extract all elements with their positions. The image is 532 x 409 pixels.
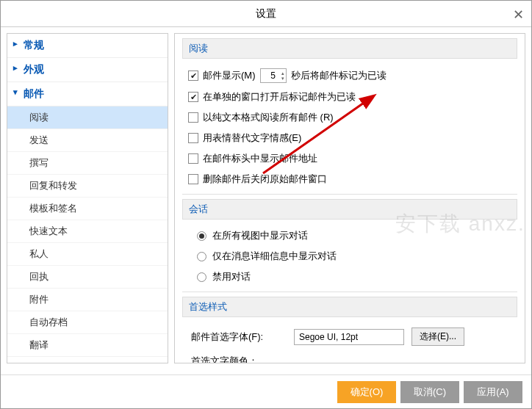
apply-button[interactable]: 应用(A)	[464, 381, 522, 403]
nav-sub-回复和转发[interactable]: 回复和转发	[7, 175, 168, 198]
nav-cat-邮件[interactable]: 邮件	[7, 82, 168, 106]
nav-cat-Signing and Encryption[interactable]: Signing and Encryption	[7, 357, 168, 363]
nav-sub-附件[interactable]: 附件	[7, 289, 168, 311]
cancel-button[interactable]: 取消(C)	[400, 381, 459, 403]
ok-button[interactable]: 确定(O)	[337, 381, 396, 403]
conv-all-views[interactable]: 在所有视图中显示对话	[182, 225, 517, 246]
nav-sub-快速文本[interactable]: 快速文本	[7, 220, 168, 243]
conv-disable[interactable]: 禁用对话	[182, 267, 517, 287]
select-font-button[interactable]: 选择(E)...	[411, 327, 464, 346]
seconds-spinner[interactable]: 5	[260, 68, 287, 83]
section-conversation: 会话	[182, 199, 517, 220]
settings-sidebar: 常规外观邮件阅读发送撰写回复和转发模板和签名快速文本私人回执附件自动存档翻译Si…	[7, 33, 168, 363]
nav-cat-外观[interactable]: 外观	[7, 58, 168, 82]
radio-icon[interactable]	[197, 252, 206, 261]
nav-sub-回执[interactable]: 回执	[7, 266, 168, 289]
conv-detail-only[interactable]: 仅在消息详细信息中显示对话	[182, 246, 517, 267]
section-reading: 阅读	[182, 38, 517, 59]
opt-show-address[interactable]: 在邮件标头中显示邮件地址	[182, 148, 517, 169]
nav-sub-私人[interactable]: 私人	[7, 243, 168, 266]
opt-mark-read-delay[interactable]: 邮件显示(M) 5 秒后将邮件标记为已读	[182, 65, 517, 87]
opt-mark-read-window[interactable]: 在单独的窗口打开后标记邮件为已读	[182, 87, 517, 107]
checkbox-icon[interactable]	[188, 133, 198, 143]
dialog-title: 设置	[256, 7, 276, 21]
radio-icon[interactable]	[197, 272, 206, 282]
checkbox-icon[interactable]	[188, 70, 198, 81]
opt-plain-text[interactable]: 以纯文本格式阅读所有邮件 (R)	[182, 107, 517, 128]
checkbox-icon[interactable]	[188, 153, 198, 164]
nav-sub-撰写[interactable]: 撰写	[7, 152, 168, 175]
checkbox-icon[interactable]	[188, 112, 198, 123]
font-field[interactable]	[294, 329, 404, 345]
titlebar: 设置 ✕	[1, 1, 531, 27]
nav-cat-常规[interactable]: 常规	[7, 34, 168, 58]
section-style: 首选样式	[182, 297, 517, 317]
settings-content: 安下载 anxz.com 阅读 邮件显示(M) 5 秒后将邮件标记为已读 在单独…	[174, 33, 525, 363]
nav-sub-模板和签名[interactable]: 模板和签名	[7, 198, 168, 220]
checkbox-icon[interactable]	[188, 174, 198, 184]
opt-emoticons[interactable]: 用表情替代文字情感(E)	[182, 128, 517, 148]
dialog-footer: 确定(O) 取消(C) 应用(A)	[1, 374, 531, 408]
close-icon[interactable]: ✕	[513, 7, 524, 23]
font-label: 邮件首选字体(F):	[191, 330, 287, 344]
nav-sub-自动存档[interactable]: 自动存档	[7, 311, 168, 334]
color-label: 首选文字颜色：	[191, 355, 258, 363]
radio-icon[interactable]	[197, 231, 206, 241]
opt-close-after-delete[interactable]: 删除邮件后关闭原始邮件窗口	[182, 169, 517, 189]
nav-sub-阅读[interactable]: 阅读	[7, 106, 168, 129]
nav-sub-发送[interactable]: 发送	[7, 129, 168, 152]
nav-sub-翻译[interactable]: 翻译	[7, 334, 168, 357]
checkbox-icon[interactable]	[188, 92, 198, 102]
